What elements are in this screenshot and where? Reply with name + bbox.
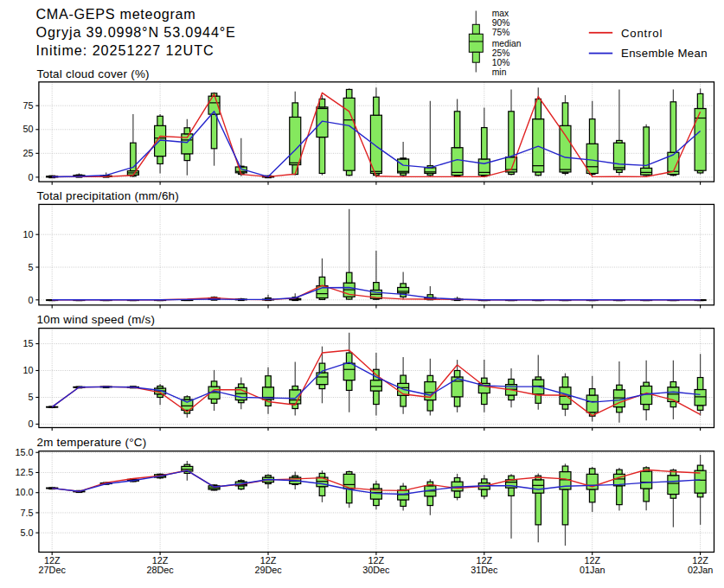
svg-text:Control: Control xyxy=(621,27,663,40)
svg-text:2m temperature (°C): 2m temperature (°C) xyxy=(37,436,147,449)
svg-text:10m wind speed (m/s): 10m wind speed (m/s) xyxy=(37,313,156,326)
svg-text:10: 10 xyxy=(23,229,34,240)
svg-text:50: 50 xyxy=(23,124,34,134)
svg-text:90%: 90% xyxy=(492,18,510,28)
svg-text:7.5: 7.5 xyxy=(21,508,34,518)
svg-text:CMA-GEPS meteogram: CMA-GEPS meteogram xyxy=(36,6,196,22)
svg-text:27Dec: 27Dec xyxy=(39,565,67,575)
svg-text:Ogryja 39.0998°N 53.0944°E: Ogryja 39.0998°N 53.0944°E xyxy=(36,24,236,40)
svg-text:02Jan: 02Jan xyxy=(688,565,713,575)
svg-text:10.0: 10.0 xyxy=(16,487,34,497)
svg-text:75%: 75% xyxy=(492,28,510,37)
svg-text:Initime: 20251227 12UTC: Initime: 20251227 12UTC xyxy=(36,42,215,58)
svg-text:25%: 25% xyxy=(492,48,510,58)
svg-text:25: 25 xyxy=(23,148,34,158)
svg-text:75: 75 xyxy=(23,100,34,111)
svg-text:0: 0 xyxy=(29,295,34,305)
svg-text:Total precipitation (mm/6h): Total precipitation (mm/6h) xyxy=(37,189,180,202)
svg-text:15.0: 15.0 xyxy=(16,447,34,457)
svg-text:30Dec: 30Dec xyxy=(362,565,390,575)
svg-text:5: 5 xyxy=(29,262,34,272)
svg-text:10: 10 xyxy=(23,365,34,375)
svg-text:0: 0 xyxy=(29,172,34,182)
svg-text:28Dec: 28Dec xyxy=(146,565,174,575)
svg-text:0: 0 xyxy=(29,419,34,429)
svg-text:min: min xyxy=(492,67,507,77)
svg-text:5.0: 5.0 xyxy=(21,527,34,538)
svg-text:Total cloud cover (%): Total cloud cover (%) xyxy=(37,67,150,80)
svg-text:max: max xyxy=(492,9,509,18)
svg-text:15: 15 xyxy=(23,338,34,348)
svg-text:10%: 10% xyxy=(492,58,510,67)
svg-text:5: 5 xyxy=(29,392,34,402)
svg-text:31Dec: 31Dec xyxy=(471,565,498,575)
svg-text:29Dec: 29Dec xyxy=(254,565,282,575)
svg-text:12.5: 12.5 xyxy=(16,467,34,477)
svg-text:01Jan: 01Jan xyxy=(580,565,605,575)
svg-text:Ensemble Mean: Ensemble Mean xyxy=(621,47,708,60)
svg-text:median: median xyxy=(492,39,522,48)
